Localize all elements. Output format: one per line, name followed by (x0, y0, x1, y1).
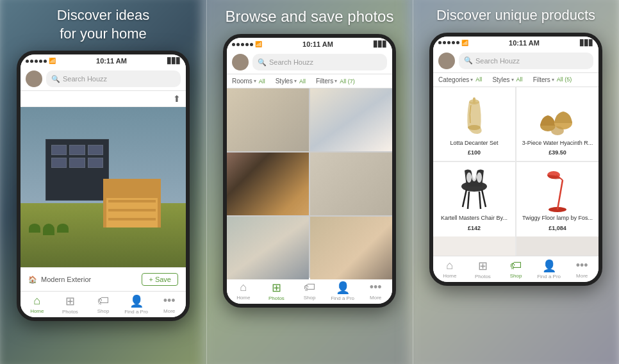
svg-point-7 (466, 172, 472, 183)
save-button[interactable]: + Save (142, 273, 178, 286)
filter-rooms-arrow: ▾ (254, 78, 256, 84)
greenery (29, 224, 69, 235)
tab-more-right[interactable]: ••• More (565, 259, 598, 279)
save-bar-left: 🏠 Modern Exterior (28, 276, 91, 284)
tab-bar-right: ⌂ Home ⊞ Photos 🏷 Shop 👤 Find a Pro ••• … (433, 256, 598, 282)
tab-pro-right[interactable]: 👤 Find a Pro (532, 259, 566, 279)
product-image-chair (452, 167, 497, 212)
search-field-mid[interactable]: 🔍 Search Houzz (252, 54, 387, 70)
save-plus: + Save (149, 276, 171, 283)
tab-shop-right[interactable]: 🏷 Shop (499, 259, 532, 279)
status-bar-left: 📶 10:11 AM ▊▊▊ (21, 54, 186, 67)
filter-bar-right: Categories ▾ All Styles ▾ All Filters ▾ … (433, 73, 598, 87)
tab-home-left[interactable]: ⌂ Home (21, 294, 54, 315)
tab-home-label-right: Home (443, 273, 456, 279)
filter-styles-right-arrow: ▾ (511, 77, 514, 83)
tab-photos-left[interactable]: ⊞ Photos (54, 294, 87, 315)
tab-more-label-left: More (163, 308, 175, 314)
basket-svg (535, 92, 580, 137)
tab-photos-mid[interactable]: ⊞ Photos (260, 281, 293, 301)
home-icon-left: ⌂ (33, 294, 40, 308)
tab-photos-right[interactable]: ⊞ Photos (466, 259, 500, 279)
filter-styles[interactable]: Styles ▾ All (276, 78, 306, 85)
window-grid (51, 145, 103, 168)
tab-bar-left: ⌂ Home ⊞ Photos 🏷 Shop 👤 Find a Pro ••• … (21, 291, 186, 317)
tab-more-mid[interactable]: ••• More (359, 281, 392, 301)
tab-more-label-right: More (576, 273, 588, 279)
tab-pro-mid[interactable]: 👤 Find a Pro (326, 281, 359, 301)
section-left: Discover ideas for your home 📶 10:11 AM … (0, 0, 206, 364)
bush3 (57, 224, 69, 233)
product-price-lamp: £1,084 (549, 225, 566, 231)
product-grid-right: Lotta Decanter Set £100 3-Piece Water Hy… (433, 87, 598, 236)
window5 (69, 158, 85, 168)
section-mid: Browse and save photos 📶 10:11 AM ▊▊▊ 🔍 (206, 0, 413, 364)
tab-pro-left[interactable]: 👤 Find a Pro (120, 294, 153, 315)
filter-categories[interactable]: Categories ▾ All (438, 76, 482, 83)
window4 (51, 158, 67, 168)
search-icon-left: 🔍 (51, 75, 60, 83)
tab-shop-left[interactable]: 🏷 Shop (87, 294, 120, 315)
photo-cell-1[interactable] (227, 88, 309, 151)
shop-icon-left: 🏷 (97, 294, 109, 308)
filter-styles-right[interactable]: Styles ▾ All (492, 76, 522, 83)
search-field-left[interactable]: 🔍 Search Houzz (46, 70, 181, 87)
section-title-left: Discover ideas for your home (51, 6, 156, 43)
filter-categories-arrow: ▾ (470, 77, 473, 83)
filter-filters-arrow: ▾ (334, 78, 337, 84)
dot2 (30, 60, 33, 63)
product-chair[interactable]: Kartell Masters Chair By... £142 (433, 162, 515, 236)
filter-categories-label: Categories (438, 76, 469, 83)
photo-cell-5[interactable] (227, 217, 309, 279)
window3 (88, 145, 103, 155)
bush1 (29, 224, 40, 233)
tab-shop-label-mid: Shop (304, 295, 316, 301)
tab-photos-label-left: Photos (62, 309, 78, 315)
filter-styles-sub: All (299, 78, 306, 85)
tab-more-left[interactable]: ••• More (153, 294, 186, 315)
shop-icon-right: 🏷 (510, 259, 522, 272)
tab-shop-mid[interactable]: 🏷 Shop (293, 281, 326, 301)
shop-icon-mid: 🏷 (304, 281, 315, 294)
lamp-svg (538, 167, 577, 212)
chair-svg (455, 167, 493, 212)
photo-cell-3[interactable] (227, 153, 309, 215)
status-bar-mid: 📶 10:11 AM ▊▊▊ (227, 38, 392, 51)
tab-home-right[interactable]: ⌂ Home (433, 259, 466, 279)
photo-cell-2[interactable] (310, 88, 392, 151)
photos-icon-mid: ⊞ (272, 281, 281, 295)
product-name-decanter: Lotta Decanter Set (450, 140, 498, 147)
filter-filters[interactable]: Filters ▾ All (7) (316, 78, 355, 85)
photo-cell-6[interactable] (310, 217, 392, 279)
home-icon-right: ⌂ (446, 259, 453, 272)
status-left-mid: 📶 (232, 41, 262, 47)
save-bar: 🏠 Modern Exterior + Save (21, 267, 186, 291)
battery-right: ▊▊▊ (580, 40, 593, 46)
product-basket[interactable]: 3-Piece Water Hyacinth R... £39.50 (516, 87, 598, 161)
photo-cell-4[interactable] (310, 153, 392, 215)
filter-filters-right[interactable]: Filters ▾ All (5) (533, 76, 572, 83)
product-decanter[interactable]: Lotta Decanter Set £100 (433, 87, 515, 161)
search-icon-right: 🔍 (464, 56, 473, 65)
filter-filters-right-label: Filters (533, 76, 550, 83)
filter-bar-mid: Rooms ▾ All Styles ▾ All Filters ▾ All (… (227, 74, 392, 88)
garage-strip2 (108, 209, 156, 211)
avatar-mid (232, 54, 249, 70)
filter-styles-right-sub: All (516, 76, 523, 83)
search-placeholder-right: Search Houzz (475, 57, 520, 65)
dot1 (26, 60, 29, 63)
product-lamp[interactable]: Twiggy Floor lamp by Fos... £1,084 (516, 162, 598, 236)
filter-rooms[interactable]: Rooms ▾ All (232, 78, 265, 85)
phone-mid: 📶 10:11 AM ▊▊▊ 🔍 Search Houzz Rooms ▾ Al… (223, 34, 396, 308)
product-name-chair: Kartell Masters Chair By... (441, 215, 508, 222)
product-image-lamp (535, 167, 580, 212)
filter-rooms-label: Rooms (232, 78, 252, 85)
upload-area: ⬆ (21, 91, 186, 107)
photo-grid-mid (227, 88, 392, 277)
tab-home-mid[interactable]: ⌂ Home (227, 281, 260, 301)
section-right: Discover unique products 📶 10:11 AM ▊▊▊ (413, 0, 619, 364)
search-field-right[interactable]: 🔍 Search Houzz (459, 53, 593, 69)
svg-line-11 (482, 190, 486, 207)
window6 (88, 158, 103, 168)
upload-icon[interactable]: ⬆ (173, 94, 181, 104)
